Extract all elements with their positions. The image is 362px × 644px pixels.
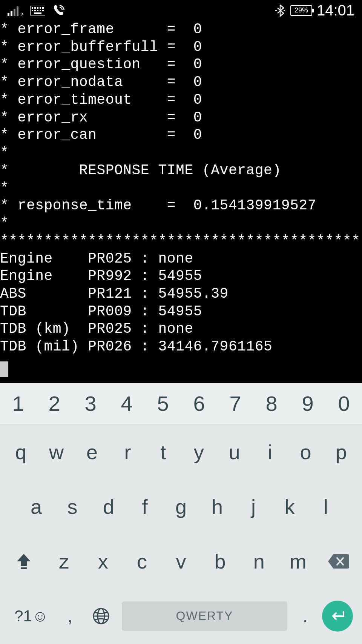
key-4[interactable]: 4: [109, 391, 145, 416]
key-y[interactable]: y: [181, 440, 216, 464]
svg-rect-19: [21, 567, 27, 569]
key-a[interactable]: a: [18, 495, 54, 518]
key-7[interactable]: 7: [217, 391, 253, 416]
key-d[interactable]: d: [90, 495, 127, 518]
symbols-key[interactable]: ?1☺: [7, 607, 56, 625]
svg-rect-10: [42, 7, 44, 9]
key-l[interactable]: l: [308, 495, 344, 518]
phone-call-icon: [52, 4, 66, 17]
key-i[interactable]: i: [252, 440, 288, 464]
svg-rect-0: [8, 13, 9, 16]
backspace-key[interactable]: [318, 553, 359, 569]
soft-keyboard: 1234567890 qwertyuiop asdfghjkl zxcvbnm …: [0, 383, 362, 644]
period-key[interactable]: .: [291, 606, 319, 626]
enter-key[interactable]: [319, 601, 355, 632]
key-p[interactable]: p: [324, 440, 359, 464]
key-u[interactable]: u: [216, 440, 252, 464]
svg-point-18: [284, 10, 285, 11]
key-2[interactable]: 2: [36, 391, 72, 416]
key-5[interactable]: 5: [145, 391, 181, 416]
key-e[interactable]: e: [74, 440, 110, 464]
terminal-cursor: [0, 361, 8, 377]
svg-point-17: [275, 10, 277, 11]
status-bar: 2 29% 14:: [0, 0, 362, 21]
key-0[interactable]: 0: [326, 391, 362, 416]
terminal-output[interactable]: * error_frame = 0 * error_bufferfull = 0…: [0, 21, 362, 383]
keyboard-bottom-row: ?1☺ , QWERTY .: [0, 589, 362, 643]
battery-indicator: 29%: [290, 5, 312, 16]
svg-rect-1: [11, 11, 12, 16]
key-v[interactable]: v: [161, 550, 200, 573]
clock-time: 14:01: [317, 2, 354, 19]
keyboard-status-icon: [30, 6, 45, 15]
bluetooth-icon: [275, 4, 286, 17]
key-z[interactable]: z: [44, 550, 83, 573]
spacebar-label: QWERTY: [176, 609, 233, 623]
svg-rect-14: [40, 10, 41, 11]
svg-rect-3: [17, 6, 18, 16]
key-f[interactable]: f: [127, 495, 163, 518]
key-c[interactable]: c: [123, 550, 161, 573]
key-3[interactable]: 3: [72, 391, 109, 416]
key-6[interactable]: 6: [181, 391, 217, 416]
signal-icon: 2: [8, 5, 23, 16]
key-8[interactable]: 8: [253, 391, 290, 416]
key-t[interactable]: t: [146, 440, 181, 464]
keyboard-number-row: 1234567890: [0, 383, 362, 424]
shift-key[interactable]: [3, 552, 44, 571]
key-1[interactable]: 1: [0, 391, 36, 416]
terminal-text: * error_frame = 0 * error_bufferfull = 0…: [0, 21, 362, 355]
language-key[interactable]: [84, 607, 118, 625]
key-9[interactable]: 9: [290, 391, 326, 416]
battery-percent: 29%: [295, 6, 308, 14]
keyboard-row-1: qwertyuiop: [0, 424, 362, 479]
key-m[interactable]: m: [279, 550, 318, 573]
svg-text:2: 2: [20, 12, 23, 16]
svg-rect-12: [34, 10, 36, 11]
svg-rect-11: [32, 10, 33, 11]
key-r[interactable]: r: [110, 440, 145, 464]
key-j[interactable]: j: [235, 495, 272, 518]
key-o[interactable]: o: [288, 440, 323, 464]
key-b[interactable]: b: [201, 550, 239, 573]
key-g[interactable]: g: [163, 495, 199, 518]
svg-rect-16: [34, 12, 41, 14]
comma-key[interactable]: ,: [56, 606, 84, 626]
key-n[interactable]: n: [239, 550, 278, 573]
key-s[interactable]: s: [54, 495, 90, 518]
svg-rect-9: [40, 7, 41, 9]
key-w[interactable]: w: [38, 440, 74, 464]
svg-rect-2: [14, 9, 15, 16]
svg-rect-7: [34, 7, 36, 9]
svg-rect-8: [37, 7, 38, 9]
spacebar[interactable]: QWERTY: [122, 601, 287, 631]
keyboard-row-3: zxcvbnm: [0, 534, 362, 589]
key-h[interactable]: h: [199, 495, 235, 518]
svg-rect-15: [42, 10, 44, 11]
keyboard-row-2: asdfghjkl: [0, 479, 362, 534]
key-k[interactable]: k: [272, 495, 308, 518]
svg-rect-13: [37, 10, 38, 11]
svg-rect-6: [32, 7, 33, 9]
key-x[interactable]: x: [83, 550, 122, 573]
key-q[interactable]: q: [3, 440, 38, 464]
